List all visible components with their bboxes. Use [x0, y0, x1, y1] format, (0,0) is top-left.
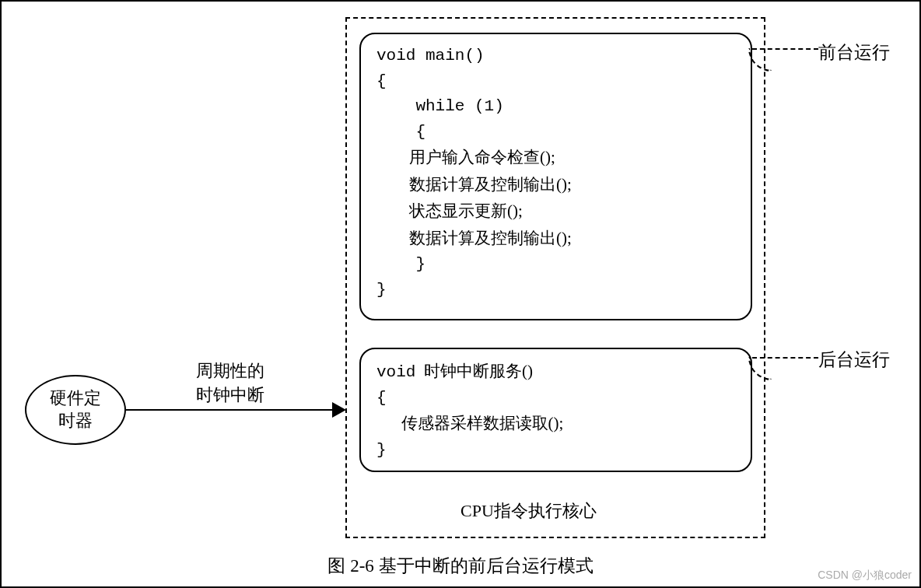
interrupt-arrow-label: 周期性的 时钟中断: [196, 359, 264, 408]
watermark-text: CSDN @小狼coder: [818, 569, 912, 583]
code-bot-l1a: void: [376, 363, 415, 381]
hardware-timer-node: 硬件定 时器: [25, 375, 126, 445]
code-top-l1: void main(): [376, 47, 485, 65]
cpu-core-label: CPU指令执行核心: [460, 499, 597, 523]
code-bot-l2: {: [376, 389, 387, 407]
code-top-l8: 数据计算及控制输出();: [376, 229, 572, 247]
code-top-l9: }: [376, 255, 425, 273]
code-bot-l1b: 时钟中断服务(): [415, 362, 533, 380]
code-top-l4: {: [376, 123, 425, 141]
arrow-label-2: 时钟中断: [196, 385, 264, 404]
isr-code-box: void 时钟中断服务() { 传感器采样数据读取(); }: [359, 348, 752, 472]
code-top-l3: while (1): [376, 97, 504, 115]
interrupt-arrow-line: [126, 409, 340, 411]
ellipse-text-1: 硬件定: [50, 387, 101, 410]
code-top-l7: 状态显示更新();: [376, 201, 523, 220]
code-top-l5: 用户输入命令检查();: [376, 148, 555, 166]
code-top-l10: }: [376, 281, 387, 299]
interrupt-arrow-head: [332, 402, 346, 418]
code-bot-l4: }: [376, 441, 387, 459]
arrow-label-1: 周期性的: [196, 361, 264, 380]
ellipse-text-2: 时器: [58, 410, 93, 432]
code-top-l6: 数据计算及控制输出();: [376, 175, 572, 194]
main-code-box: void main() { while (1) { 用户输入命令检查(); 数据…: [359, 33, 752, 320]
background-label: 后台运行: [818, 348, 890, 372]
foreground-label: 前台运行: [818, 40, 890, 65]
figure-caption: 图 2-6 基于中断的前后台运行模式: [2, 554, 919, 578]
code-bot-l3: 传感器采样数据读取();: [376, 414, 563, 432]
code-top-l2: {: [376, 72, 387, 90]
